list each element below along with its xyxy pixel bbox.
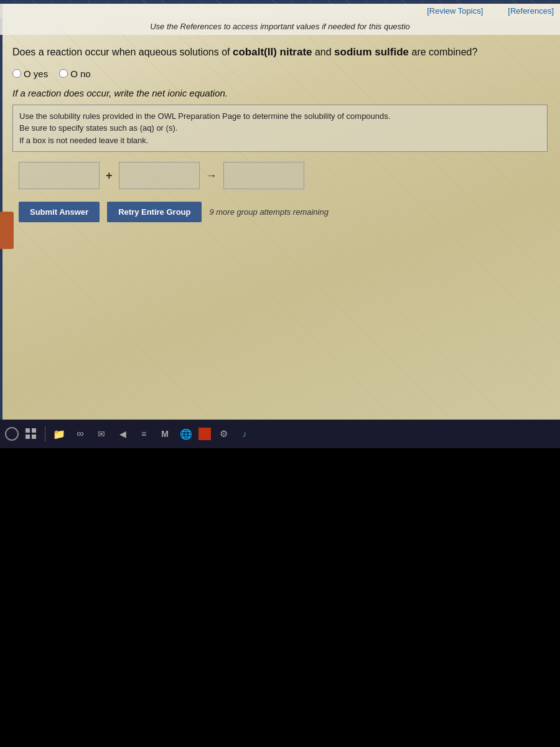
equation-box-2[interactable]	[119, 162, 200, 189]
taskbar-sep-1	[45, 426, 45, 441]
nav-bar: [Review Topics] [References]	[0, 4, 560, 18]
equation-row: + →	[12, 162, 548, 189]
retry-button[interactable]: Retry Entire Group	[107, 202, 202, 222]
taskbar-back-icon[interactable]: ◀	[114, 425, 131, 443]
question-title: Does a reaction occur when aqueous solut…	[12, 45, 548, 60]
button-row: Submit Answer Retry Entire Group 9 more …	[12, 202, 548, 222]
question-mid: and	[312, 47, 335, 57]
instructions-box: Use the solubility rules provided in the…	[12, 105, 548, 153]
taskbar-m-icon[interactable]: M	[156, 425, 174, 443]
radio-yes-input[interactable]	[12, 69, 21, 78]
review-topics-link[interactable]: [Review Topics]	[427, 6, 483, 16]
references-note-text: Use the References to access important v…	[150, 22, 410, 31]
taskbar-music-icon[interactable]: ♪	[236, 425, 253, 443]
taskbar-infinity-icon[interactable]: ∞	[72, 425, 89, 443]
instruction-line-3: If a box is not needed leave it blank.	[19, 134, 541, 147]
question-area: Does a reaction occur when aqueous solut…	[0, 35, 560, 228]
black-area	[0, 448, 560, 747]
equation-box-3[interactable]	[223, 162, 304, 189]
chem2: sodium sulfide	[334, 46, 409, 58]
radio-no-option[interactable]: O no	[59, 68, 91, 79]
taskbar-search-icon[interactable]	[5, 427, 19, 441]
taskbar: 📁 ∞ ✉ ◀ ≡ M 🌐 ⚙ ♪	[0, 420, 560, 448]
taskbar-grid-icon[interactable]	[22, 425, 40, 443]
equation-box-1[interactable]	[19, 162, 100, 189]
taskbar-gear-icon[interactable]: ⚙	[215, 425, 232, 443]
arrow-sign: →	[206, 169, 217, 182]
attempts-text: 9 more group attempts remaining	[209, 207, 328, 217]
question-prefix: Does a reaction occur when aqueous solut…	[12, 47, 233, 57]
references-link[interactable]: [References]	[508, 6, 554, 16]
taskbar-mail-icon[interactable]: ✉	[93, 425, 110, 443]
radio-no-label: O no	[70, 68, 91, 79]
references-bar: Use the References to access important v…	[0, 18, 560, 35]
instruction-line-2: Be sure to specify states such as (aq) o…	[19, 122, 541, 134]
taskbar-square-icon[interactable]	[198, 428, 211, 440]
radio-no-input[interactable]	[59, 69, 68, 78]
question-suffix: are combined?	[409, 47, 477, 57]
radio-yes-label: O yes	[24, 68, 48, 79]
sub-question: If a reaction does occur, write the net …	[12, 88, 548, 98]
taskbar-globe-icon[interactable]: 🌐	[177, 425, 195, 443]
radio-group: O yes O no	[12, 68, 548, 79]
submit-button[interactable]: Submit Answer	[19, 202, 100, 222]
plus-sign: +	[106, 169, 113, 182]
taskbar-menu-icon[interactable]: ≡	[135, 425, 152, 443]
instruction-line-1: Use the solubility rules provided in the…	[19, 110, 541, 123]
taskbar-file-icon[interactable]: 📁	[50, 425, 68, 443]
radio-yes-option[interactable]: O yes	[12, 68, 48, 79]
chem1: cobalt(II) nitrate	[233, 46, 312, 58]
